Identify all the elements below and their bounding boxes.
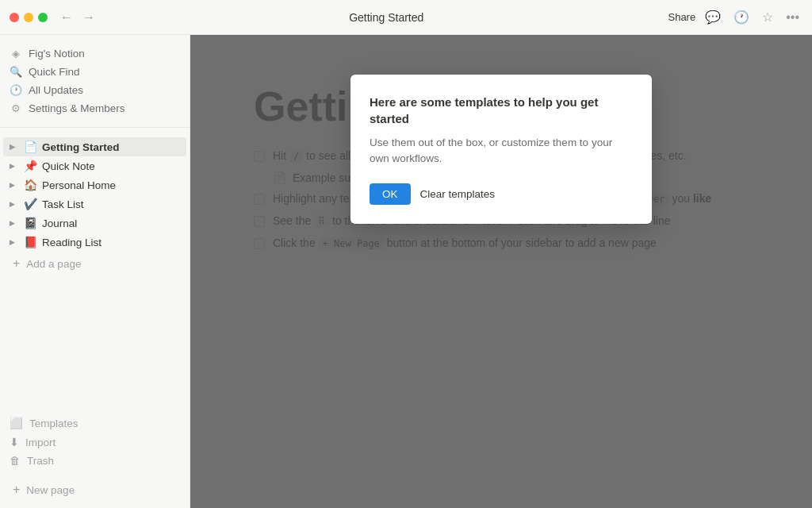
page-icon: 📄 <box>24 140 37 153</box>
comment-icon[interactable]: 💬 <box>702 6 724 28</box>
sidebar-item-settings[interactable]: ⚙ Settings & Members <box>0 99 190 117</box>
chevron-icon: ▶ <box>10 162 21 170</box>
content-area: Getting Started Hit / to see all the typ… <box>190 35 812 508</box>
sidebar-page-quick-note[interactable]: ▶ 📌 Quick Note <box>3 156 186 175</box>
sidebar-divider <box>0 127 190 128</box>
sidebar-bottom-section: ⬜ Templates ⬇ Import 🗑 Trash + New page <box>0 414 190 502</box>
settings-icon: ⚙ <box>10 102 22 114</box>
sidebar-item-label: Quick Find <box>29 66 80 78</box>
import-icon: ⬇ <box>10 436 19 448</box>
clear-templates-button[interactable]: Clear templates <box>420 188 496 200</box>
minimize-button[interactable] <box>24 13 33 22</box>
sidebar-item-label: Templates <box>29 418 79 429</box>
sidebar-item-label: All Updates <box>29 84 83 96</box>
templates-icon: ⬜ <box>10 417 23 429</box>
search-icon: 🔍 <box>10 66 22 78</box>
sidebar-workspace[interactable]: ◈ Fig's Notion <box>0 44 190 63</box>
page-label: Quick Note <box>42 160 95 172</box>
back-button[interactable]: ← <box>57 9 76 26</box>
page-icon: 🏠 <box>24 179 37 191</box>
page-label: Journal <box>42 217 77 229</box>
modal-overlay: Here are some templates to help you get … <box>190 35 812 508</box>
more-icon[interactable]: ••• <box>783 7 802 28</box>
page-label: Reading List <box>42 237 102 248</box>
chevron-icon: ▶ <box>10 200 21 208</box>
forward-button[interactable]: → <box>79 9 98 26</box>
main-layout: « ◈ Fig's Notion 🔍 Quick Find 🕐 All Upda… <box>0 35 812 508</box>
sidebar-item-import[interactable]: ⬇ Import <box>0 433 190 452</box>
trash-icon: 🗑 <box>10 455 21 467</box>
new-page-label: New page <box>26 484 75 496</box>
sidebar-item-label: Import <box>25 437 56 448</box>
page-title: Getting Started <box>349 11 423 24</box>
close-button[interactable] <box>10 13 19 22</box>
sidebar-item-trash[interactable]: 🗑 Trash <box>0 452 190 470</box>
chevron-icon: ▶ <box>10 181 21 189</box>
sidebar: « ◈ Fig's Notion 🔍 Quick Find 🕐 All Upda… <box>0 35 190 508</box>
sidebar-page-personal-home[interactable]: ▶ 🏠 Personal Home <box>3 175 186 194</box>
chevron-icon: ▶ <box>10 219 21 227</box>
sidebar-page-journal[interactable]: ▶ 📓 Journal <box>3 214 186 233</box>
maximize-button[interactable] <box>38 13 48 22</box>
modal-actions: OK Clear templates <box>370 183 633 205</box>
nav-arrows: ← → <box>57 9 98 26</box>
sidebar-item-label: Settings & Members <box>29 102 125 114</box>
page-icon: ✔️ <box>24 198 37 210</box>
updates-icon: 🕐 <box>10 84 22 96</box>
sidebar-item-templates[interactable]: ⬜ Templates <box>0 414 190 433</box>
traffic-lights <box>10 13 48 22</box>
titlebar-actions: Share 💬 🕐 ☆ ••• <box>668 6 802 28</box>
page-label: Getting Started <box>42 141 120 153</box>
page-icon: 📓 <box>24 217 37 229</box>
titlebar: ← → Getting Started Share 💬 🕐 ☆ ••• <box>0 0 812 35</box>
page-icon: 📌 <box>24 160 37 172</box>
page-icon: 📕 <box>24 236 37 248</box>
sidebar-page-reading-list[interactable]: ▶ 📕 Reading List <box>3 233 186 252</box>
modal-body: Use them out of the box, or customize th… <box>370 135 633 167</box>
new-page-button[interactable]: + New page <box>3 479 186 500</box>
chevron-icon: ▶ <box>10 238 21 246</box>
sidebar-item-quick-find[interactable]: 🔍 Quick Find <box>0 63 190 81</box>
sidebar-page-task-list[interactable]: ▶ ✔️ Task List <box>3 194 186 214</box>
workspace-name: Fig's Notion <box>29 48 85 60</box>
share-button[interactable]: Share <box>668 11 695 23</box>
sidebar-page-getting-started[interactable]: ▶ 📄 Getting Started <box>3 137 186 156</box>
page-label: Task List <box>42 198 84 210</box>
add-page-label: Add a page <box>26 258 81 270</box>
templates-modal: Here are some templates to help you get … <box>350 75 652 224</box>
history-icon[interactable]: 🕐 <box>730 6 753 28</box>
add-page-button[interactable]: + Add a page <box>3 253 186 274</box>
page-label: Personal Home <box>42 179 116 191</box>
modal-title: Here are some templates to help you get … <box>370 94 633 127</box>
chevron-icon: ▶ <box>10 143 21 151</box>
sidebar-item-all-updates[interactable]: 🕐 All Updates <box>0 81 190 99</box>
ok-button[interactable]: OK <box>370 183 411 205</box>
sidebar-pages: ▶ 📄 Getting Started ▶ 📌 Quick Note ▶ 🏠 P… <box>0 137 190 275</box>
sidebar-top-section: ◈ Fig's Notion 🔍 Quick Find 🕐 All Update… <box>0 41 190 121</box>
plus-icon: + <box>13 483 20 497</box>
sidebar-item-label: Trash <box>27 455 54 467</box>
plus-icon: + <box>13 256 20 271</box>
star-icon[interactable]: ☆ <box>759 6 776 28</box>
workspace-icon: ◈ <box>10 48 22 60</box>
